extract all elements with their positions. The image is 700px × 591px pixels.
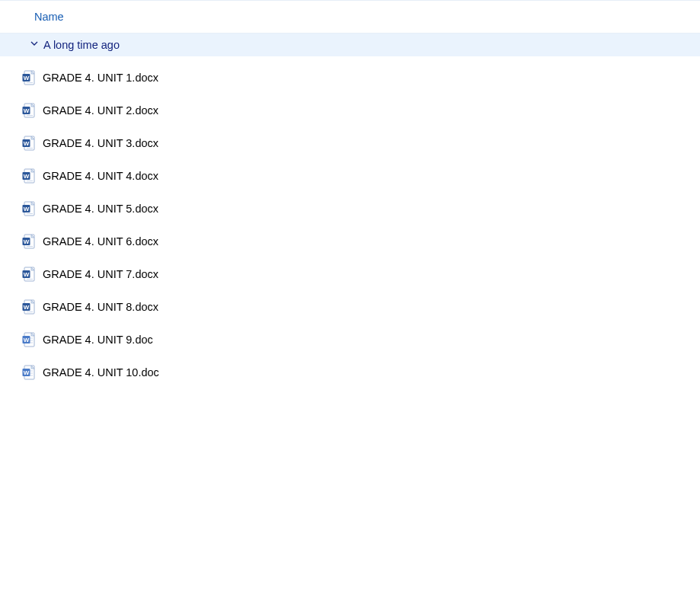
word-docx-icon: [21, 267, 37, 282]
column-header-name[interactable]: Name: [34, 11, 64, 23]
file-name: GRADE 4. UNIT 6.docx: [43, 235, 158, 248]
file-row[interactable]: GRADE 4. UNIT 10.doc: [0, 356, 700, 388]
word-doc-icon: [21, 365, 37, 380]
file-name: GRADE 4. UNIT 5.docx: [43, 203, 158, 215]
file-row[interactable]: GRADE 4. UNIT 6.docx: [0, 225, 700, 257]
column-header-row: Name: [0, 0, 700, 34]
file-row[interactable]: GRADE 4. UNIT 9.doc: [0, 323, 700, 356]
file-name: GRADE 4. UNIT 7.docx: [43, 268, 158, 280]
word-docx-icon: [21, 168, 37, 184]
word-docx-icon: [21, 136, 37, 151]
file-name: GRADE 4. UNIT 9.doc: [43, 334, 153, 346]
file-row[interactable]: GRADE 4. UNIT 8.docx: [0, 290, 700, 323]
group-header[interactable]: A long time ago: [0, 34, 700, 56]
word-docx-icon: [21, 299, 37, 315]
file-row[interactable]: GRADE 4. UNIT 5.docx: [0, 192, 700, 225]
word-docx-icon: [21, 103, 37, 118]
word-docx-icon: [21, 201, 37, 216]
word-docx-icon: [21, 234, 37, 249]
file-row[interactable]: GRADE 4. UNIT 1.docx: [0, 61, 700, 94]
word-docx-icon: [21, 70, 37, 85]
file-name: GRADE 4. UNIT 1.docx: [43, 72, 158, 84]
file-name: GRADE 4. UNIT 10.doc: [43, 366, 159, 379]
file-name: GRADE 4. UNIT 2.docx: [43, 104, 158, 117]
file-name: GRADE 4. UNIT 8.docx: [43, 301, 158, 313]
file-row[interactable]: GRADE 4. UNIT 7.docx: [0, 257, 700, 290]
group-label: A long time ago: [43, 39, 120, 51]
file-row[interactable]: GRADE 4. UNIT 4.docx: [0, 159, 700, 192]
file-list: GRADE 4. UNIT 1.docxGRADE 4. UNIT 2.docx…: [0, 56, 700, 388]
chevron-down-icon: [30, 39, 39, 50]
file-row[interactable]: GRADE 4. UNIT 2.docx: [0, 94, 700, 126]
file-name: GRADE 4. UNIT 3.docx: [43, 137, 158, 149]
word-doc-icon: [21, 332, 37, 347]
file-name: GRADE 4. UNIT 4.docx: [43, 170, 158, 182]
file-row[interactable]: GRADE 4. UNIT 3.docx: [0, 126, 700, 159]
